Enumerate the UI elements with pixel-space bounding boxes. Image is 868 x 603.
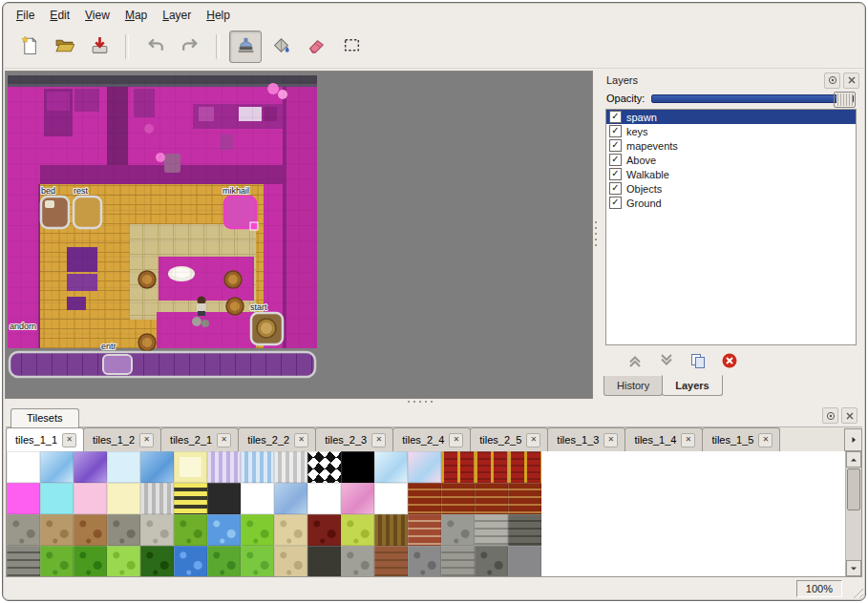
tile[interactable] <box>207 546 241 576</box>
layer-row-objects[interactable]: ✓Objects <box>606 181 856 196</box>
tile[interactable] <box>274 451 307 483</box>
menu-view[interactable]: View <box>77 7 117 24</box>
close-tab-icon[interactable]: ✕ <box>758 433 773 447</box>
detach-panel-icon[interactable] <box>822 407 838 424</box>
tileset-tab-tiles_1_3[interactable]: tiles_1_3✕ <box>547 427 625 451</box>
map-canvas[interactable]: bed rest mikhail start andorn entr <box>6 72 590 399</box>
tile[interactable] <box>207 451 241 483</box>
tile[interactable] <box>475 451 508 483</box>
layer-visible-checkbox[interactable]: ✓ <box>609 154 622 166</box>
close-tab-icon[interactable]: ✕ <box>371 433 386 447</box>
tile[interactable] <box>107 546 140 576</box>
tile[interactable] <box>374 546 408 576</box>
stamp-brush-button[interactable] <box>229 31 262 63</box>
tilesets-panel-title-tab[interactable]: Tilesets <box>11 408 79 427</box>
close-tab-icon[interactable]: ✕ <box>294 433 308 447</box>
close-tab-icon[interactable]: ✕ <box>62 433 76 447</box>
resize-grip[interactable] <box>851 586 863 598</box>
bucket-fill-button[interactable] <box>265 31 297 63</box>
tile[interactable] <box>374 514 408 546</box>
tile[interactable] <box>140 546 174 576</box>
tileset-tab-tiles_1_1[interactable]: tiles_1_1✕ <box>6 427 84 451</box>
tile[interactable] <box>140 514 174 546</box>
tileset-tab-tiles_2_3[interactable]: tiles_2_3✕ <box>315 427 393 451</box>
tile[interactable] <box>40 451 74 483</box>
tile[interactable] <box>207 483 241 514</box>
tileset-tab-tiles_1_4[interactable]: tiles_1_4✕ <box>625 427 703 451</box>
layer-row-mapevents[interactable]: ✓mapevents <box>606 138 856 153</box>
tile[interactable] <box>241 483 274 514</box>
redo-button[interactable] <box>174 31 206 63</box>
tile[interactable] <box>140 483 174 514</box>
duplicate-layer-button[interactable] <box>688 351 708 370</box>
tile[interactable] <box>274 514 307 546</box>
tile[interactable] <box>475 546 508 576</box>
tile[interactable] <box>508 451 541 483</box>
layer-visible-checkbox[interactable]: ✓ <box>609 125 622 137</box>
tileset-tab-tiles_2_2[interactable]: tiles_2_2✕ <box>238 427 316 451</box>
map-object-entrance[interactable] <box>103 355 132 374</box>
tile[interactable] <box>140 451 174 483</box>
close-tab-icon[interactable]: ✕ <box>449 433 463 447</box>
horizontal-splitter[interactable] <box>3 399 865 405</box>
tile[interactable] <box>40 514 74 546</box>
tile[interactable] <box>441 451 475 483</box>
tile[interactable] <box>475 483 508 514</box>
save-button[interactable] <box>83 31 116 63</box>
scrollbar-track[interactable] <box>846 511 861 560</box>
tile[interactable] <box>508 483 541 514</box>
tile[interactable] <box>475 514 508 546</box>
layer-row-ground[interactable]: ✓Ground <box>606 196 856 210</box>
tile[interactable] <box>7 514 40 546</box>
tileset-tab-tiles_1_2[interactable]: tiles_1_2✕ <box>83 427 161 451</box>
layer-visible-checkbox[interactable]: ✓ <box>609 139 622 152</box>
tileset-scrollbar[interactable] <box>845 451 861 576</box>
tile[interactable] <box>341 483 374 514</box>
tile[interactable] <box>40 483 74 514</box>
vertical-splitter[interactable] <box>593 71 599 399</box>
tile[interactable] <box>174 546 207 576</box>
detach-panel-icon[interactable] <box>824 73 840 89</box>
tile[interactable] <box>74 514 107 546</box>
tile[interactable] <box>374 451 408 483</box>
scrollbar-thumb[interactable] <box>847 468 860 510</box>
scroll-tabs-right-button[interactable] <box>844 428 862 451</box>
scroll-up-button[interactable] <box>846 451 861 468</box>
layer-row-spawn[interactable]: ✓spawn <box>606 110 856 124</box>
tileset-tab-tiles_1_5[interactable]: tiles_1_5✕ <box>702 427 780 451</box>
tile[interactable] <box>341 451 374 483</box>
menu-layer[interactable]: Layer <box>155 7 199 24</box>
tile[interactable] <box>274 483 307 514</box>
tile[interactable] <box>107 451 140 483</box>
open-button[interactable] <box>48 31 80 63</box>
tile[interactable] <box>107 514 140 546</box>
layer-visible-checkbox[interactable]: ✓ <box>609 111 622 123</box>
tile[interactable] <box>74 483 107 514</box>
tile[interactable] <box>40 546 74 576</box>
lower-layer-button[interactable] <box>657 351 676 370</box>
close-tab-icon[interactable]: ✕ <box>681 433 695 447</box>
tile[interactable] <box>408 546 441 576</box>
tab-layers[interactable]: Layers <box>662 375 722 396</box>
tab-history[interactable]: History <box>603 376 663 396</box>
undo-button[interactable] <box>138 31 171 63</box>
opacity-slider[interactable] <box>651 92 856 104</box>
close-panel-icon[interactable] <box>843 73 859 89</box>
tile[interactable] <box>7 451 40 483</box>
close-panel-icon[interactable] <box>841 407 857 424</box>
close-tab-icon[interactable]: ✕ <box>139 433 154 447</box>
tileset-grid[interactable] <box>7 451 845 576</box>
menu-help[interactable]: Help <box>199 7 238 24</box>
tileset-tab-tiles_2_5[interactable]: tiles_2_5✕ <box>470 427 548 451</box>
tile[interactable] <box>307 546 341 576</box>
menu-map[interactable]: Map <box>117 7 155 24</box>
tile[interactable] <box>408 483 441 514</box>
close-tab-icon[interactable]: ✕ <box>217 433 231 447</box>
tile[interactable] <box>174 451 207 483</box>
tile[interactable] <box>207 514 241 546</box>
layer-row-walkable[interactable]: ✓Walkable <box>606 167 856 181</box>
map-view[interactable]: bed rest mikhail start andorn entr <box>5 71 593 399</box>
layer-visible-checkbox[interactable]: ✓ <box>609 168 622 180</box>
tile[interactable] <box>241 546 274 576</box>
tile[interactable] <box>274 546 307 576</box>
